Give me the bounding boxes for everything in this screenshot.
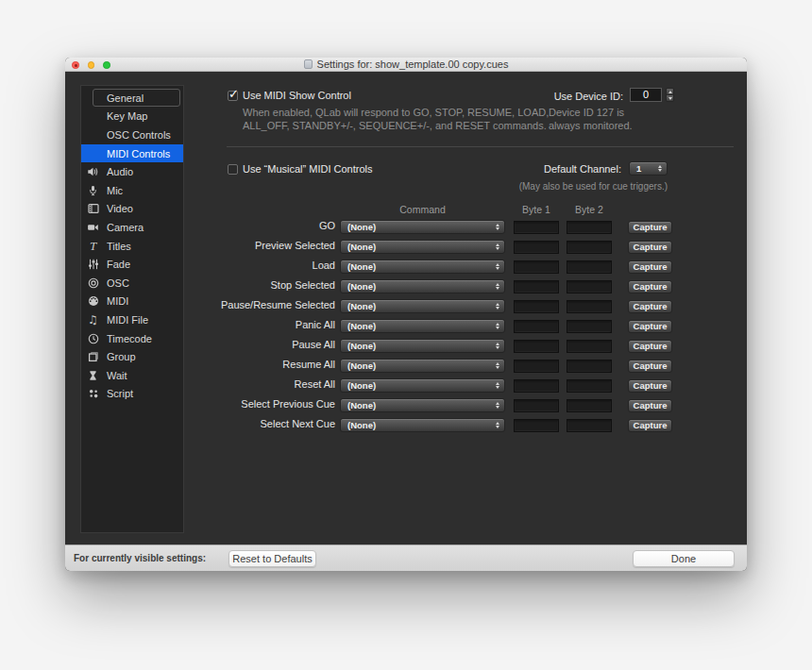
byte2-field[interactable]	[567, 419, 612, 433]
byte1-field[interactable]	[514, 260, 559, 275]
byte1-field[interactable]	[514, 221, 559, 235]
byte2-field[interactable]	[567, 340, 612, 354]
use-msc-checkbox[interactable]: ✓	[228, 91, 238, 101]
use-musical-checkbox[interactable]	[228, 164, 238, 175]
sidebar-item-osc-controls[interactable]: OSC Controls	[81, 126, 183, 144]
done-button[interactable]: Done	[633, 550, 735, 567]
command-popup-value: (None)	[341, 242, 493, 252]
footer-note: For currently visible settings:	[74, 553, 206, 563]
capture-button[interactable]: Capture	[628, 260, 672, 274]
command-popup[interactable]: (None)	[340, 260, 505, 274]
byte1-field[interactable]	[514, 399, 559, 413]
sidebar-item-mic[interactable]: Mic	[81, 181, 183, 200]
command-popup[interactable]: (None)	[340, 319, 505, 333]
close-button[interactable]	[72, 61, 79, 69]
byte2-field[interactable]	[567, 241, 612, 255]
speaker-icon	[86, 166, 100, 178]
command-row-label: Stop Selected	[65, 279, 335, 291]
byte1-field[interactable]	[514, 280, 559, 294]
capture-button[interactable]: Capture	[628, 300, 672, 313]
popup-stepper-icon	[493, 362, 504, 370]
byte2-field[interactable]	[567, 320, 612, 334]
byte2-field[interactable]	[567, 360, 612, 374]
sidebar-item-midi-controls[interactable]: MIDI Controls	[81, 144, 183, 163]
command-row-label: Resume All	[65, 359, 335, 370]
default-channel-popup[interactable]: 1	[629, 161, 668, 176]
command-popup[interactable]: (None)	[340, 418, 505, 432]
zoom-button[interactable]	[103, 61, 110, 69]
popup-stepper-icon	[493, 402, 504, 410]
command-row: Select Next Cue (None) Capture	[65, 418, 747, 433]
byte1-field[interactable]	[514, 379, 559, 394]
command-popup[interactable]: (None)	[340, 378, 505, 393]
command-popup[interactable]: (None)	[340, 359, 505, 373]
byte2-field[interactable]	[567, 221, 612, 235]
capture-button[interactable]: Capture	[628, 379, 672, 393]
sidebar-item-video[interactable]: Video	[81, 200, 183, 219]
byte1-field[interactable]	[514, 419, 559, 433]
popup-stepper-icon	[493, 323, 504, 330]
byte2-field[interactable]	[567, 260, 612, 275]
command-popup-value: (None)	[341, 400, 493, 410]
msc-description-line2: ALL_OFF, STANDBY+/-, SEQUENCE+/-, and RE…	[243, 120, 547, 131]
command-popup[interactable]: (None)	[340, 398, 505, 412]
capture-button[interactable]: Capture	[628, 320, 672, 333]
command-row-label: GO	[65, 220, 335, 231]
command-row: Pause All (None) Capture	[65, 339, 747, 354]
capture-button[interactable]: Capture	[628, 360, 672, 373]
command-row: Reset All (None) Capture	[65, 378, 747, 394]
capture-button[interactable]: Capture	[628, 280, 672, 293]
command-row: GO (None) Capture	[65, 220, 747, 235]
sidebar-item-general[interactable]: General	[81, 89, 183, 108]
byte1-field[interactable]	[514, 340, 559, 354]
stepper-down-icon[interactable]	[667, 94, 673, 101]
checkmark-icon: ✓	[228, 87, 239, 101]
device-id-stepper[interactable]	[666, 88, 674, 102]
command-popup[interactable]: (None)	[340, 279, 505, 293]
byte2-field[interactable]	[567, 300, 612, 314]
command-popup[interactable]: (None)	[340, 240, 505, 254]
title-bar[interactable]: Settings for: show_template.00 copy.cues	[65, 58, 747, 72]
popup-stepper-icon	[493, 303, 504, 310]
popup-stepper-icon	[493, 343, 504, 350]
film-icon	[86, 203, 100, 215]
reset-to-defaults-button[interactable]: Reset to Defaults	[228, 550, 316, 567]
byte2-column-header: Byte 2	[563, 204, 616, 215]
command-row-label: Pause All	[65, 339, 335, 350]
byte1-field[interactable]	[514, 320, 559, 334]
command-row-label: Load	[65, 260, 335, 271]
popup-stepper-icon	[493, 263, 504, 271]
default-channel-value: 1	[630, 163, 655, 174]
capture-button[interactable]: Capture	[628, 340, 672, 353]
command-row-label: Preview Selected	[65, 240, 335, 251]
byte2-field[interactable]	[567, 280, 612, 294]
byte1-column-header: Byte 1	[510, 204, 563, 215]
byte1-field[interactable]	[514, 300, 559, 314]
byte2-field[interactable]	[567, 379, 612, 394]
traffic-lights	[72, 61, 110, 69]
settings-content: General Key Map OSC Controls MIDI Contro…	[65, 72, 747, 544]
device-id-field[interactable]: 0	[630, 88, 662, 102]
byte1-field[interactable]	[514, 241, 559, 255]
capture-button[interactable]: Capture	[628, 241, 672, 254]
command-popup[interactable]: (None)	[340, 299, 505, 313]
command-popup-value: (None)	[341, 222, 493, 232]
byte1-field[interactable]	[514, 360, 559, 374]
popup-stepper-icon	[493, 283, 504, 291]
window-title-text: Settings for: show_template.00 copy.cues	[317, 59, 509, 70]
byte2-field[interactable]	[567, 399, 612, 413]
capture-button[interactable]: Capture	[628, 399, 672, 412]
command-popup[interactable]: (None)	[340, 339, 505, 353]
command-row: Pause/Resume Selected (None) Capture	[65, 299, 747, 314]
mic-icon	[86, 184, 100, 196]
sidebar-item-audio[interactable]: Audio	[81, 162, 183, 181]
command-row: Panic All (None) Capture	[65, 319, 747, 334]
command-popup-value: (None)	[341, 360, 493, 371]
minimize-button[interactable]	[88, 61, 95, 69]
sidebar-item-key-map[interactable]: Key Map	[81, 108, 183, 126]
command-popup[interactable]: (None)	[340, 220, 505, 234]
capture-button[interactable]: Capture	[628, 419, 672, 432]
footer-bar: For currently visible settings: Reset to…	[65, 544, 747, 571]
command-popup-value: (None)	[341, 341, 493, 351]
capture-button[interactable]: Capture	[628, 221, 672, 234]
